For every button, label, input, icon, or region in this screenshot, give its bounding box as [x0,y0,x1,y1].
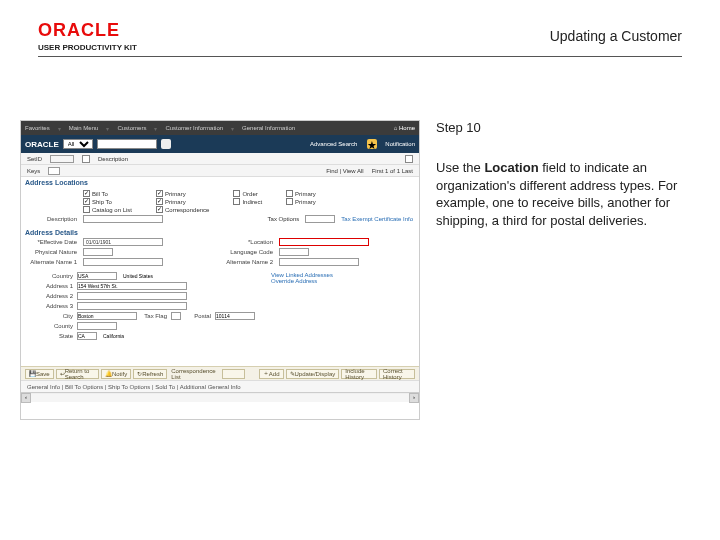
override-link[interactable]: Override Address [271,278,413,284]
addr2-input[interactable] [77,292,187,300]
alt2-input[interactable] [279,258,359,266]
postal-input[interactable]: 10114 [215,312,255,320]
correct-button[interactable]: Correct History [379,369,415,379]
corr-select[interactable] [222,369,245,379]
instruction-text: Use the Location field to indicate an or… [436,159,696,229]
taxflag-input[interactable] [171,312,181,320]
bottom-toolbar: 💾 Save ↩ Return to Search 🔔 Notify ↻ Ref… [21,366,419,380]
oracle-bar-logo: ORACLE [25,140,59,149]
search-input[interactable] [97,139,157,149]
section-address-details: Address Details [21,227,419,236]
addr3-input[interactable] [77,302,187,310]
cb-cat[interactable] [83,206,90,213]
scroll-left-icon[interactable]: ‹ [21,393,31,403]
cb-corresp[interactable] [156,206,163,213]
alt1-input[interactable] [83,258,163,266]
cb-shipto[interactable] [83,198,90,205]
search-icon[interactable] [161,139,171,149]
notify-button[interactable]: 🔔 Notify [101,369,131,379]
screenshot-thumbnail: Favorites▾ Main Menu▾ Customers▾ Custome… [20,120,420,420]
country-input[interactable]: USA [77,272,117,280]
phys-input[interactable] [83,248,113,256]
menu-favorites[interactable]: Favorites [25,125,50,131]
eff-date-input[interactable]: 01/01/1901 [83,238,163,246]
section-address-locations: Address Locations [21,177,419,186]
header-divider [38,56,682,57]
nav-row: Keys Find | View All First 1 of 1 Last [21,165,419,177]
advanced-search-link[interactable]: Advanced Search [310,141,357,147]
scroll-right-icon[interactable]: › [409,393,419,403]
tax-link[interactable]: Tax Exempt Certificate Info [341,216,413,222]
return-button[interactable]: ↩ Return to Search [56,369,99,379]
cb-indirect[interactable] [233,198,240,205]
cb-primary4[interactable] [286,198,293,205]
product-sub: USER PRODUCTIVITY KIT [38,43,682,52]
history-button[interactable]: Include History [341,369,377,379]
lang-input[interactable] [279,248,309,256]
tax-input[interactable] [305,215,335,223]
county-input[interactable] [77,322,117,330]
h-scrollbar[interactable]: ‹ › [21,392,419,402]
menu-general[interactable]: General Information [242,125,295,131]
checkbox-filter[interactable] [82,155,90,163]
step-label: Step 10 [436,120,696,135]
city-input[interactable]: Boston [77,312,137,320]
search-cb[interactable] [405,155,413,163]
cb-primary1[interactable] [156,190,163,197]
description-input[interactable] [83,215,163,223]
menu-customers[interactable]: Customers [117,125,146,131]
cb-primary3[interactable] [286,190,293,197]
instruction-panel: Step 10 Use the Location field to indica… [432,120,700,520]
menu-main[interactable]: Main Menu [69,125,99,131]
refresh-button[interactable]: ↻ Refresh [133,369,167,379]
addr1-input[interactable]: 154 West 57th St. [77,282,187,290]
filter-row: SetID Description [21,153,419,165]
status-bar: General Info | Bill To Options | Ship To… [21,380,419,392]
update-button[interactable]: ✎ Update/Display [286,369,340,379]
notifications-label[interactable]: Notification [385,141,415,147]
save-button[interactable]: 💾 Save [25,369,54,379]
search-type-select[interactable]: All [63,139,93,149]
app-menubar: Favorites▾ Main Menu▾ Customers▾ Custome… [21,121,419,135]
home-icon[interactable]: ⌂ Home [394,125,415,131]
menu-cust-info[interactable]: Customer Information [165,125,223,131]
cb-primary2[interactable] [156,198,163,205]
cb-order[interactable] [233,190,240,197]
oracle-toolbar: ORACLE All Advanced Search ★ Notificatio… [21,135,419,153]
add-button[interactable]: ＋ Add [259,369,284,379]
location-input[interactable] [279,238,369,246]
page-title: Updating a Customer [550,28,682,44]
state-input[interactable]: CA [77,332,97,340]
cb-billto[interactable] [83,190,90,197]
add-fav-icon[interactable]: ★ [367,139,377,149]
